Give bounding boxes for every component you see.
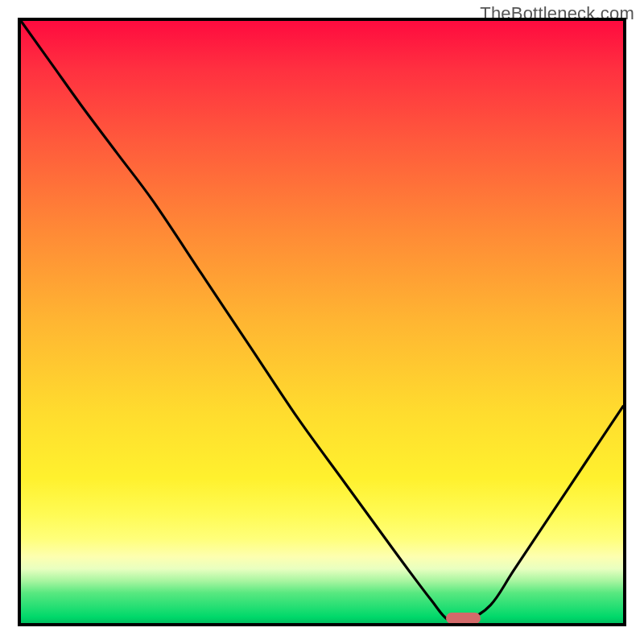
bottleneck-curve <box>21 21 623 623</box>
chart-container: TheBottleneck.com <box>0 0 644 644</box>
plot-frame-right <box>623 18 626 626</box>
plot-frame-left <box>18 18 21 626</box>
optimal-point-marker <box>446 613 481 624</box>
plot-frame-top <box>18 18 626 21</box>
plot-frame-bottom <box>18 623 626 626</box>
